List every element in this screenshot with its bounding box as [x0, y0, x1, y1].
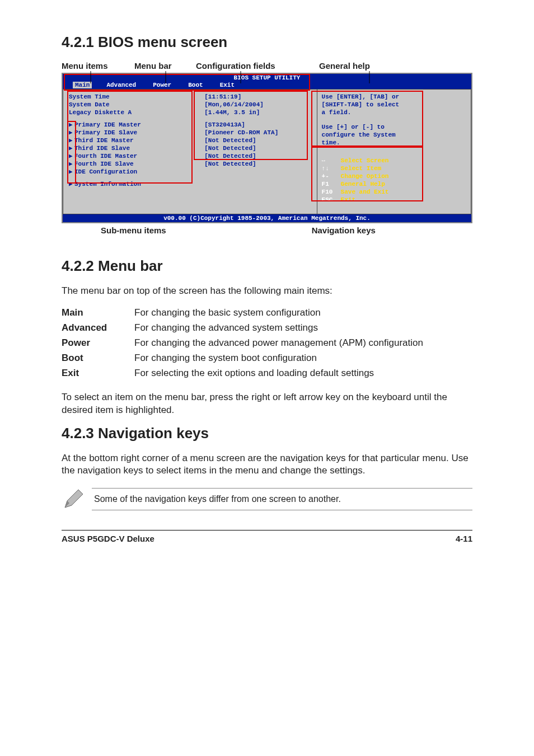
- bios-left-pane: System Time[11:51:19] System Date[Mon,06…: [63, 89, 317, 214]
- bottom-annotations: Sub-menu items Navigation keys: [62, 226, 472, 235]
- row-ide-config-label[interactable]: IDE Configuration: [74, 168, 137, 175]
- menubar-key: Power: [62, 336, 134, 351]
- menubar-desc: For selecting the exit options and loadi…: [134, 366, 423, 381]
- menubar-desc: For changing the advanced system setting…: [134, 321, 423, 336]
- triangle-icon: ▶: [69, 121, 74, 129]
- annot-general-help: General help: [319, 61, 403, 71]
- annot-config-fields: Configuration fields: [196, 61, 319, 71]
- annot-menu-bar: Menu bar: [134, 61, 196, 71]
- bios-menu-advanced[interactable]: Advanced: [106, 82, 136, 88]
- note-box: Some of the navigation keys differ from …: [62, 485, 472, 513]
- bios-menu-bar: Main Advanced Power Boot Exit: [63, 81, 471, 89]
- row-system-date-value[interactable]: [Mon,06/14/2004]: [204, 101, 311, 109]
- menubar-desc-table: MainFor changing the basic system config…: [62, 306, 423, 381]
- annot-submenu-items: Sub-menu items: [101, 226, 166, 235]
- row-system-time-label[interactable]: System Time: [69, 93, 204, 101]
- triangle-icon: ▶: [69, 180, 74, 188]
- annot-navigation-keys: Navigation keys: [312, 226, 376, 235]
- help-line: configure the System: [322, 131, 466, 139]
- menubar-key: Main: [62, 306, 134, 321]
- menubar-key: Advanced: [62, 321, 134, 336]
- row-system-date-label[interactable]: System Date: [69, 101, 204, 109]
- navkey-key: F10: [322, 188, 341, 196]
- navkey-desc: Select Screen: [341, 157, 389, 164]
- navkey-desc: General Help: [341, 181, 385, 187]
- page-footer: ASUS P5GDC-V Deluxe 4-11: [62, 530, 472, 543]
- menubar-desc: For changing the advanced power manageme…: [134, 336, 423, 351]
- triangle-icon: ▶: [69, 160, 74, 168]
- navkeys-para-text: At the bottom right corner of a menu scr…: [62, 452, 472, 478]
- row-primary-slave-label[interactable]: Primary IDE Slave: [74, 129, 137, 136]
- menubar-desc: For changing the basic system configurat…: [134, 306, 423, 321]
- help-line: Use [+] or [-] to: [322, 123, 466, 131]
- bios-screenshot-container: Menu items Menu bar Configuration fields…: [62, 61, 472, 235]
- note-text: Some of the navigation keys differ from …: [92, 488, 472, 510]
- row-primary-master-label[interactable]: Primary IDE Master: [74, 121, 141, 128]
- navkey-key: ESC: [322, 196, 341, 204]
- navkey-key: +-: [322, 172, 341, 180]
- triangle-icon: ▶: [69, 129, 74, 137]
- navkey-desc: Exit: [341, 196, 355, 203]
- help-line: [SHIFT-TAB] to select: [322, 101, 466, 109]
- triangle-icon: ▶: [69, 137, 74, 144]
- footer-product: ASUS P5GDC-V Deluxe: [62, 534, 154, 543]
- help-line: a field.: [322, 109, 466, 116]
- bios-menu-boot[interactable]: Boot: [188, 82, 203, 88]
- row-third-slave-value: [Not Detected]: [204, 144, 311, 152]
- menubar-outro-text: To select an item on the menu bar, press…: [62, 391, 472, 417]
- menubar-key: Boot: [62, 351, 134, 366]
- navkey-key: ↔: [322, 157, 341, 165]
- bios-menu-exit[interactable]: Exit: [220, 82, 235, 88]
- navkey-desc: Select Item: [341, 165, 382, 172]
- section-heading-4-2-3: 4.2.3 Navigation keys: [62, 425, 472, 442]
- pencil-icon: [62, 485, 87, 513]
- row-system-info-label[interactable]: System Information: [74, 181, 141, 187]
- triangle-icon: ▶: [69, 144, 74, 152]
- navkey-desc: Change Option: [341, 173, 389, 180]
- help-line: Use [ENTER], [TAB] or: [322, 93, 466, 101]
- row-primary-slave-value: [Pioneer CD-ROM ATA]: [204, 129, 311, 137]
- menubar-desc: For changing the system boot configurati…: [134, 351, 423, 366]
- bios-menu-main[interactable]: Main: [73, 82, 92, 88]
- annot-menu-items: Menu items: [62, 61, 134, 71]
- triangle-icon: ▶: [69, 168, 74, 176]
- triangle-icon: ▶: [69, 152, 74, 160]
- row-third-master-label[interactable]: Third IDE Master: [74, 137, 134, 144]
- bios-nav-keys: ↔Select Screen ↑↓Select Item +-Change Op…: [322, 157, 466, 204]
- row-fourth-slave-value: [Not Detected]: [204, 160, 311, 168]
- row-system-time-value[interactable]: [11:51:19]: [204, 93, 311, 101]
- navkey-key: F1: [322, 180, 341, 188]
- top-annotations: Menu items Menu bar Configuration fields…: [62, 61, 472, 71]
- navkey-key: ↑↓: [322, 165, 341, 172]
- menubar-key: Exit: [62, 366, 134, 381]
- footer-page-number: 4-11: [456, 534, 472, 543]
- row-fourth-master-value: [Not Detected]: [204, 152, 311, 160]
- section-heading-4-2-1: 4.2.1 BIOS menu screen: [62, 34, 472, 51]
- bios-menu-power[interactable]: Power: [153, 82, 171, 88]
- bios-right-pane: Use [ENTER], [TAB] or [SHIFT-TAB] to sel…: [317, 89, 471, 214]
- row-legacy-diskette-value[interactable]: [1.44M, 3.5 in]: [204, 109, 311, 116]
- help-line: time.: [322, 139, 466, 147]
- row-fourth-master-label[interactable]: Fourth IDE Master: [74, 153, 137, 159]
- menubar-intro-text: The menu bar on top of the screen has th…: [62, 285, 472, 298]
- navkey-desc: Save and Exit: [341, 189, 389, 195]
- row-third-master-value: [Not Detected]: [204, 137, 311, 144]
- bios-panel: BIOS SETUP UTILITY Main Advanced Power B…: [62, 73, 472, 223]
- bios-title: BIOS SETUP UTILITY: [63, 74, 471, 81]
- section-heading-4-2-2: 4.2.2 Menu bar: [62, 257, 472, 275]
- row-legacy-diskette-label[interactable]: Legacy Diskette A: [69, 109, 204, 116]
- row-fourth-slave-label[interactable]: Fourth IDE Slave: [74, 161, 134, 167]
- row-third-slave-label[interactable]: Third IDE Slave: [74, 145, 130, 152]
- row-primary-master-value: [ST320413A]: [204, 121, 311, 129]
- bios-copyright: v00.00 (C)Copyright 1985-2003, American …: [63, 214, 471, 222]
